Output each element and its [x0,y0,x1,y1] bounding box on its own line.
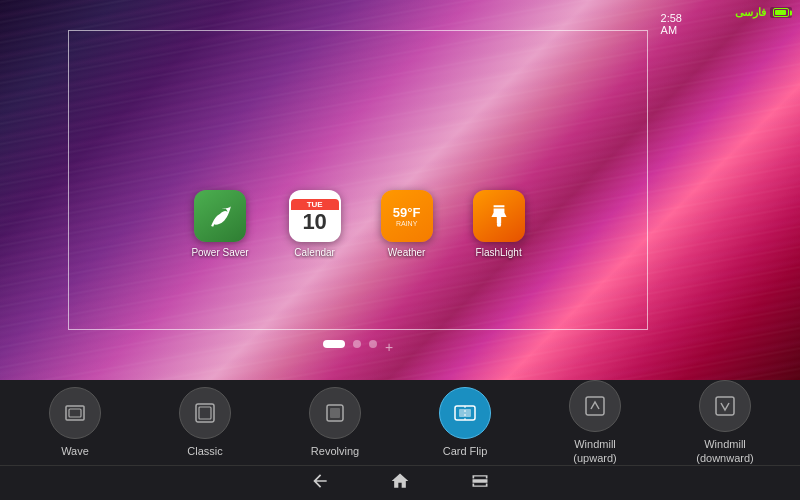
svg-rect-2 [69,409,81,417]
anim-windmill-down[interactable]: Windmill(downward) [660,380,790,464]
calendar-label: Calendar [294,247,335,258]
svg-rect-6 [330,408,340,418]
battery-indicator [770,7,792,18]
farsi-label: فارسی [735,6,766,19]
card-flip-icon [452,400,478,426]
system-nav-bar [0,465,800,500]
weather-desc: RAINY [396,220,417,227]
home-button[interactable] [390,471,410,496]
back-icon [310,471,330,491]
battery-symbol [773,8,789,17]
card-flip-label: Card Flip [443,445,488,458]
revolving-icon [322,400,348,426]
anim-windmill-up[interactable]: Windmill(upward) [530,380,660,464]
windmill-down-icon-circle [699,380,751,432]
flashlight-icon [473,190,525,242]
power-saver-label: Power Saver [191,247,248,258]
power-saver-icon [194,190,246,242]
app-flashlight[interactable]: FlashLight [473,190,525,258]
svg-rect-11 [716,397,734,415]
windmill-up-icon-circle [569,380,621,432]
revolving-icon-circle [309,387,361,439]
leaf-icon [207,203,233,229]
dot-add[interactable]: + [385,340,393,348]
windmill-up-label: Windmill(upward) [573,438,616,464]
dot-1 [323,340,345,348]
anim-wave[interactable]: Wave [10,387,140,458]
anim-classic[interactable]: Classic [140,387,270,458]
dot-3 [369,340,377,348]
classic-label: Classic [187,445,222,458]
classic-icon-circle [179,387,231,439]
revolving-label: Revolving [311,445,359,458]
svg-rect-4 [199,407,211,419]
app-power-saver[interactable]: Power Saver [191,190,248,258]
app-calendar[interactable]: TUE 10 Calendar [289,190,341,258]
anim-card-flip[interactable]: Card Flip [400,387,530,458]
anim-revolving[interactable]: Revolving [270,387,400,458]
weather-temp: 59°F [393,206,421,219]
page-indicators: + [68,340,648,348]
weather-icon: 59°F RAINY [381,190,433,242]
flashlight-label: FlashLight [476,247,522,258]
weather-label: Weather [388,247,426,258]
calendar-date: 10 [302,211,326,233]
windmill-up-icon [582,393,608,419]
windmill-down-icon [712,393,738,419]
app-weather[interactable]: 59°F RAINY Weather [381,190,433,258]
recents-button[interactable] [470,471,490,496]
status-bar-overlay: 2:58 AM فارسی [735,6,792,19]
animation-options: Wave Classic Revolving [0,380,800,465]
svg-rect-10 [586,397,604,415]
recents-icon [470,471,490,491]
app-icons-container: Power Saver TUE 10 Calendar 59°F RAINY W… [68,190,648,258]
windmill-down-label: Windmill(downward) [696,438,753,464]
time-display: 2:58 AM [661,12,682,36]
svg-point-0 [496,223,500,227]
dot-2 [353,340,361,348]
home-icon [390,471,410,491]
bottom-bar: Wave Classic Revolving [0,380,800,500]
wave-icon-circle [49,387,101,439]
battery-fill [775,10,786,15]
calendar-icon: TUE 10 [289,190,341,242]
wave-icon [62,400,88,426]
card-flip-icon-circle [439,387,491,439]
back-button[interactable] [310,471,330,496]
torch-icon [486,203,512,229]
wave-label: Wave [61,445,89,458]
classic-icon [192,400,218,426]
home-screen-box [68,30,648,330]
